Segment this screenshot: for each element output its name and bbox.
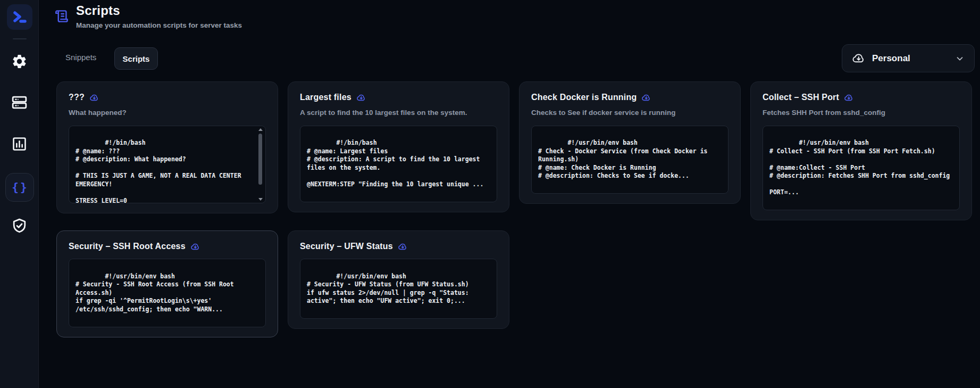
script-code-preview: #!/bin/bash # @name: ??? # @description:… <box>69 126 266 203</box>
sidebar-item-security[interactable] <box>0 217 39 235</box>
script-card-description: Fetches SHH Port from sshd_config <box>763 108 941 118</box>
scrollbar-thumb[interactable] <box>258 134 262 185</box>
scrollbar-up-arrow[interactable] <box>258 128 263 131</box>
scrollbar-down-arrow[interactable] <box>258 198 263 201</box>
tab-snippets[interactable]: Snippets <box>65 53 96 62</box>
scope-label: Personal <box>872 53 955 64</box>
sidebar-item-servers[interactable] <box>0 94 39 111</box>
sidebar-divider <box>13 38 27 39</box>
scroll-text-icon <box>55 9 69 23</box>
script-code-text: #!/bin/bash # @name: ??? # @description:… <box>76 139 245 203</box>
shield-check-icon <box>11 217 28 235</box>
page-title: Scripts <box>76 3 120 18</box>
script-code-preview: #!/bin/bash # @name: Largest files # @de… <box>300 126 497 202</box>
script-code-preview: #!/usr/bin/env bash # Check - Docker Ser… <box>531 126 728 194</box>
bar-chart-icon <box>11 136 28 152</box>
script-card-title: Largest files <box>300 93 351 102</box>
curly-braces-icon: {} <box>10 181 28 194</box>
script-card-description: What happened? <box>69 108 247 118</box>
tab-scripts[interactable]: Scripts <box>114 47 158 70</box>
sidebar-item-snippets-active[interactable]: {} <box>0 173 39 202</box>
script-card[interactable]: ??? What happened? #!/bin/bash # @name: … <box>56 81 278 213</box>
script-code-preview: #!/usr/bin/env bash # Security - UFW Sta… <box>300 259 497 319</box>
chevron-down-icon <box>955 54 965 63</box>
code-scrollbar[interactable] <box>257 127 264 202</box>
script-card-title: Collect – SSH Port <box>763 93 839 102</box>
sidebar: {} <box>0 0 39 388</box>
script-code-text: #!/usr/bin/env bash # Check - Docker Ser… <box>538 139 711 179</box>
script-card[interactable]: Security – UFW Status #!/usr/bin/env bas… <box>288 230 509 329</box>
scope-dropdown[interactable]: Personal <box>842 44 975 72</box>
script-card-description: Checks to See if docker service is runni… <box>531 108 709 118</box>
script-card[interactable]: Collect – SSH Port Fetches SHH Port from… <box>750 81 972 220</box>
script-card-description: A script to find the 10 largest files on… <box>300 108 478 118</box>
main-content: Scripts Manage your automation scripts f… <box>39 0 980 388</box>
sidebar-item-settings[interactable] <box>0 53 39 70</box>
server-stack-icon <box>11 94 28 111</box>
script-card-title: Security – SSH Root Access <box>69 242 186 251</box>
terminal-logo-icon <box>7 4 32 30</box>
cloud-sync-icon <box>852 53 866 64</box>
cloud-sync-icon <box>398 243 408 251</box>
script-code-preview: #!/usr/bin/env bash # Security - SSH Roo… <box>69 259 266 327</box>
sidebar-item-monitoring[interactable] <box>0 136 39 152</box>
script-card-grid: ??? What happened? #!/bin/bash # @name: … <box>56 81 972 337</box>
page-subtitle: Manage your automation scripts for serve… <box>76 21 242 29</box>
script-card[interactable]: Security – SSH Root Access #!/usr/bin/en… <box>56 230 278 337</box>
cloud-sync-icon <box>89 94 99 102</box>
script-card[interactable]: Largest files A script to find the 10 la… <box>288 81 509 212</box>
cloud-sync-icon <box>356 94 366 102</box>
app-logo[interactable] <box>0 4 39 30</box>
cloud-sync-icon <box>641 94 651 102</box>
script-code-text: #!/usr/bin/env bash # Security - SSH Roo… <box>76 273 238 313</box>
script-card[interactable]: Check Docker is Running Checks to See if… <box>519 81 741 204</box>
script-code-text: #!/bin/bash # @name: Largest files # @de… <box>307 139 483 188</box>
script-card-title: ??? <box>69 93 85 102</box>
script-card-title: Security – UFW Status <box>300 242 393 251</box>
cloud-sync-icon <box>190 243 200 251</box>
script-card-title: Check Docker is Running <box>531 93 636 102</box>
script-code-preview: #!/usr/bin/env bash # Collect - SSH Port… <box>763 126 960 211</box>
cloud-sync-icon <box>844 94 854 102</box>
script-code-text: #!/usr/bin/env bash # Security - UFW Sta… <box>307 273 473 305</box>
gear-icon <box>11 53 28 70</box>
script-code-text: #!/usr/bin/env bash # Collect - SSH Port… <box>769 139 950 196</box>
